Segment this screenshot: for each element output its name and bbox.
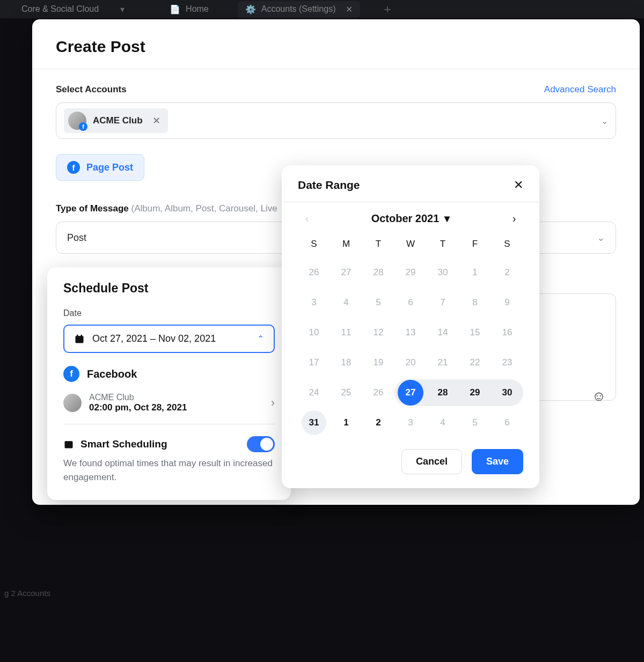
date-range-title: Date Range bbox=[298, 179, 360, 192]
scheduled-account-name: ACME Club bbox=[89, 393, 264, 402]
bg-footer: g 2 Accounts bbox=[4, 589, 50, 598]
chevron-down-icon: ⌄ bbox=[597, 232, 605, 244]
calendar-icon bbox=[74, 334, 85, 344]
date-range-picker[interactable]: Oct 27, 2021 – Nov 02, 2021 ⌃ bbox=[63, 325, 275, 353]
calendar-icon bbox=[63, 439, 74, 450]
post-type-label: Page Post bbox=[86, 162, 133, 173]
smart-scheduling-toggle[interactable] bbox=[247, 436, 275, 452]
svg-rect-7 bbox=[65, 441, 73, 448]
calendar-day[interactable]: 5 bbox=[362, 289, 394, 316]
calendar-day[interactable]: 5 bbox=[459, 409, 491, 436]
calendar-day[interactable]: 4 bbox=[427, 409, 459, 436]
calendar-day[interactable]: 18 bbox=[330, 349, 362, 376]
account-picker[interactable]: f ACME Club ✕ ⌄ bbox=[56, 102, 616, 139]
calendar-day[interactable]: 2 bbox=[491, 259, 523, 286]
calendar-day[interactable]: 12 bbox=[362, 319, 394, 346]
remove-account-icon[interactable]: ✕ bbox=[152, 115, 160, 127]
day-header: S bbox=[298, 234, 330, 256]
calendar-day[interactable]: 1 bbox=[459, 259, 491, 286]
type-of-message-label: Type of Message bbox=[56, 203, 129, 214]
modal-title: Create Post bbox=[56, 38, 616, 56]
calendar-day[interactable]: 10 bbox=[298, 319, 330, 346]
divider bbox=[282, 202, 539, 202]
calendar-day[interactable]: 8 bbox=[459, 289, 491, 316]
caret-down-icon: ▾ bbox=[444, 212, 450, 225]
calendar-day[interactable]: 4 bbox=[330, 289, 362, 316]
day-header: T bbox=[427, 234, 459, 256]
scheduled-account-time: 02:00 pm, Oct 28, 2021 bbox=[89, 402, 264, 413]
svg-rect-4 bbox=[76, 336, 84, 343]
day-header: W bbox=[394, 234, 427, 256]
calendar-day[interactable]: 30 bbox=[427, 259, 459, 286]
svg-rect-6 bbox=[81, 334, 83, 336]
avatar-icon bbox=[63, 394, 82, 412]
calendar-day[interactable]: 28 bbox=[427, 379, 459, 406]
date-range-text: Oct 27, 2021 – Nov 02, 2021 bbox=[92, 333, 216, 344]
divider bbox=[32, 69, 640, 69]
emoji-icon[interactable]: ☺ bbox=[591, 388, 606, 404]
select-accounts-label: Select Accounts bbox=[56, 84, 127, 95]
calendar-day[interactable]: 16 bbox=[491, 319, 523, 346]
calendar-day[interactable]: 21 bbox=[427, 349, 459, 376]
schedule-post-panel: Schedule Post Date Oct 27, 2021 – Nov 02… bbox=[47, 267, 291, 500]
chevron-up-icon: ⌃ bbox=[257, 334, 264, 344]
calendar-day[interactable]: 3 bbox=[298, 289, 330, 316]
post-type-pill[interactable]: f Page Post bbox=[56, 154, 144, 181]
next-month-button[interactable]: › bbox=[507, 212, 521, 225]
calendar-day[interactable]: 13 bbox=[394, 319, 427, 346]
calendar-day[interactable]: 29 bbox=[394, 259, 427, 286]
app-topbar: Core & Social Cloud ▾ 📄 Home ⚙️ Accounts… bbox=[0, 0, 644, 18]
tab-accounts: ⚙️ Accounts (Settings) ✕ bbox=[238, 1, 361, 18]
calendar-day[interactable]: 2 bbox=[362, 409, 394, 436]
calendar-day[interactable]: 25 bbox=[330, 379, 362, 406]
calendar-day[interactable]: 9 bbox=[491, 289, 523, 316]
chevron-down-icon: ⌄ bbox=[601, 116, 608, 126]
facebook-icon: f bbox=[63, 366, 79, 382]
calendar-day[interactable]: 30 bbox=[491, 379, 523, 406]
smart-scheduling-desc: We found optimal times that may result i… bbox=[63, 457, 275, 484]
calendar-day[interactable]: 6 bbox=[394, 289, 427, 316]
close-icon[interactable]: ✕ bbox=[514, 178, 523, 192]
calendar-day[interactable]: 24 bbox=[298, 379, 330, 406]
save-button[interactable]: Save bbox=[472, 449, 523, 474]
date-label: Date bbox=[63, 308, 275, 318]
calendar-day[interactable]: 17 bbox=[298, 349, 330, 376]
calendar-day[interactable]: 26 bbox=[362, 379, 394, 406]
calendar-day[interactable]: 29 bbox=[459, 379, 491, 406]
calendar-day[interactable]: 15 bbox=[459, 319, 491, 346]
day-header: M bbox=[330, 234, 362, 256]
calendar-day[interactable]: 22 bbox=[459, 349, 491, 376]
scheduled-account-row[interactable]: ACME Club 02:00 pm, Oct 28, 2021 › bbox=[63, 391, 275, 424]
calendar-day[interactable]: 26 bbox=[298, 259, 330, 286]
network-label: Facebook bbox=[87, 368, 137, 380]
calendar-day[interactable]: 20 bbox=[394, 349, 427, 376]
type-hint: (Album, Album, Post, Carousel, Live bbox=[131, 203, 277, 214]
calendar-day[interactable]: 14 bbox=[427, 319, 459, 346]
calendar-day[interactable]: 31 bbox=[298, 409, 330, 436]
calendar-day[interactable]: 7 bbox=[427, 289, 459, 316]
avatar-icon: f bbox=[68, 112, 86, 130]
calendar-grid: SMTWTFS262728293012345678910111213141516… bbox=[298, 234, 523, 436]
calendar-day[interactable]: 27 bbox=[330, 259, 362, 286]
calendar-day[interactable]: 23 bbox=[491, 349, 523, 376]
calendar-day[interactable]: 11 bbox=[330, 319, 362, 346]
workspace-label: Core & Social Cloud bbox=[21, 4, 99, 14]
svg-rect-5 bbox=[77, 334, 78, 336]
cancel-button[interactable]: Cancel bbox=[401, 449, 462, 474]
day-header: T bbox=[362, 234, 394, 256]
smart-scheduling-label: Smart Scheduling bbox=[80, 438, 167, 450]
calendar-day[interactable]: 3 bbox=[394, 409, 427, 436]
calendar-day[interactable]: 27 bbox=[394, 379, 427, 406]
calendar-day[interactable]: 1 bbox=[330, 409, 362, 436]
day-header: F bbox=[459, 234, 491, 256]
calendar-day[interactable]: 6 bbox=[491, 409, 523, 436]
schedule-title: Schedule Post bbox=[63, 281, 275, 296]
calendar-day[interactable]: 28 bbox=[362, 259, 394, 286]
month-select[interactable]: October 2021 ▾ bbox=[371, 212, 450, 225]
prev-month-button[interactable]: ‹ bbox=[300, 212, 314, 225]
chevron-right-icon: › bbox=[271, 396, 275, 410]
account-chip[interactable]: f ACME Club ✕ bbox=[64, 108, 168, 133]
type-value: Post bbox=[67, 232, 86, 244]
advanced-search-link[interactable]: Advanced Search bbox=[544, 84, 616, 95]
calendar-day[interactable]: 19 bbox=[362, 349, 394, 376]
